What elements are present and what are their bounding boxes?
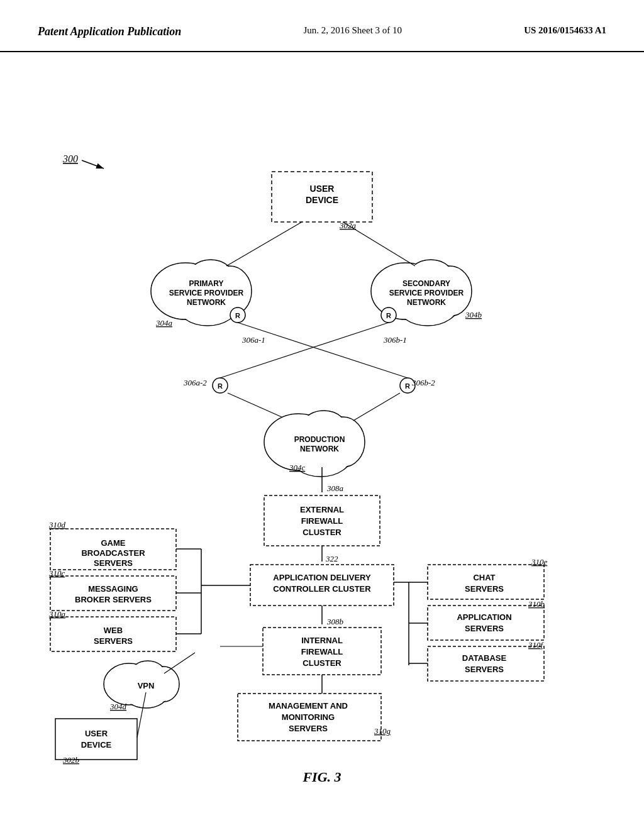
svg-text:GAME: GAME	[101, 538, 126, 548]
svg-text:SERVERS: SERVERS	[94, 636, 133, 646]
svg-text:WEB: WEB	[104, 626, 123, 635]
svg-text:304c: 304c	[289, 463, 306, 472]
svg-text:NETWORK: NETWORK	[407, 298, 446, 307]
svg-text:BROKER SERVERS: BROKER SERVERS	[75, 595, 152, 604]
svg-text:SECONDARY: SECONDARY	[402, 279, 450, 288]
svg-rect-129	[55, 719, 137, 760]
svg-text:310c: 310c	[48, 568, 65, 578]
svg-text:310a: 310a	[48, 609, 66, 619]
svg-text:SERVICE PROVIDER: SERVICE PROVIDER	[389, 289, 464, 297]
svg-line-45	[220, 323, 389, 378]
svg-text:FIREWALL: FIREWALL	[301, 647, 343, 656]
svg-line-36	[226, 222, 302, 266]
svg-text:USER: USER	[310, 184, 335, 194]
svg-text:310e: 310e	[531, 557, 548, 567]
svg-text:300: 300	[62, 153, 78, 164]
svg-text:BROADCASTER: BROADCASTER	[81, 548, 145, 558]
svg-text:USER: USER	[85, 729, 108, 738]
svg-text:CLUSTER: CLUSTER	[303, 528, 341, 537]
svg-text:302b: 302b	[62, 755, 80, 765]
svg-text:SERVICE PROVIDER: SERVICE PROVIDER	[169, 289, 244, 297]
svg-text:DATABASE: DATABASE	[462, 653, 507, 663]
svg-text:304d: 304d	[109, 702, 127, 711]
svg-text:304b: 304b	[465, 310, 482, 319]
svg-text:SERVERS: SERVERS	[94, 558, 133, 568]
svg-line-134	[164, 653, 195, 673]
svg-line-49	[349, 393, 400, 423]
svg-text:FIG. 3: FIG. 3	[302, 769, 341, 785]
svg-text:306b-2: 306b-2	[411, 378, 435, 387]
svg-text:306a-1: 306a-1	[242, 335, 265, 345]
svg-text:CHAT: CHAT	[473, 573, 495, 582]
svg-text:NETWORK: NETWORK	[187, 298, 226, 307]
svg-text:308a: 308a	[326, 484, 344, 493]
svg-text:MANAGEMENT AND: MANAGEMENT AND	[269, 701, 348, 711]
svg-text:CONTROLLER CLUSTER: CONTROLLER CLUSTER	[273, 584, 371, 594]
svg-text:CLUSTER: CLUSTER	[303, 658, 341, 668]
svg-text:DEVICE: DEVICE	[306, 195, 338, 205]
diagram-svg: 300 USER DEVICE 302a PRIMARY SERVICE PRO…	[0, 52, 644, 794]
publication-title: Patent Application Publication	[38, 25, 181, 38]
svg-text:R: R	[405, 382, 410, 390]
svg-text:INTERNAL: INTERNAL	[301, 636, 343, 645]
patent-number: US 2016/0154633 A1	[524, 25, 606, 36]
svg-text:322: 322	[325, 554, 338, 563]
svg-text:306b-1: 306b-1	[383, 335, 407, 345]
svg-text:APPLICATION DELIVERY: APPLICATION DELIVERY	[273, 573, 371, 582]
svg-rect-94	[428, 606, 544, 640]
svg-text:R: R	[218, 382, 223, 390]
svg-text:PRIMARY: PRIMARY	[189, 279, 224, 288]
svg-text:FIREWALL: FIREWALL	[301, 516, 343, 526]
svg-rect-98	[428, 646, 544, 681]
svg-text:DEVICE: DEVICE	[81, 740, 112, 750]
svg-text:SERVERS: SERVERS	[465, 584, 504, 594]
svg-text:SERVERS: SERVERS	[289, 724, 328, 733]
svg-line-37	[343, 222, 415, 266]
svg-text:310g: 310g	[374, 726, 391, 736]
svg-text:SERVERS: SERVERS	[465, 624, 504, 633]
svg-text:R: R	[235, 312, 240, 319]
svg-line-44	[238, 323, 408, 378]
svg-text:310b: 310b	[528, 599, 545, 609]
svg-text:VPN: VPN	[138, 681, 155, 690]
svg-text:EXTERNAL: EXTERNAL	[300, 505, 344, 514]
svg-text:APPLICATION: APPLICATION	[457, 612, 511, 622]
svg-text:MONITORING: MONITORING	[282, 712, 335, 722]
svg-text:304a: 304a	[155, 318, 173, 328]
svg-text:SERVERS: SERVERS	[465, 665, 504, 674]
diagram-area: 300 USER DEVICE 302a PRIMARY SERVICE PRO…	[0, 52, 644, 794]
sheet-info: Jun. 2, 2016 Sheet 3 of 10	[303, 25, 402, 36]
svg-text:PRODUCTION: PRODUCTION	[294, 435, 345, 444]
svg-text:310d: 310d	[48, 520, 66, 529]
svg-text:R: R	[386, 312, 391, 319]
svg-text:308b: 308b	[326, 617, 344, 626]
svg-text:306a-2: 306a-2	[183, 378, 207, 387]
svg-text:NETWORK: NETWORK	[300, 445, 339, 453]
svg-line-3	[82, 160, 104, 169]
page-header: Patent Application Publication Jun. 2, 2…	[0, 0, 644, 52]
svg-text:MESSAGING: MESSAGING	[88, 584, 138, 594]
svg-text:310f: 310f	[528, 640, 545, 650]
